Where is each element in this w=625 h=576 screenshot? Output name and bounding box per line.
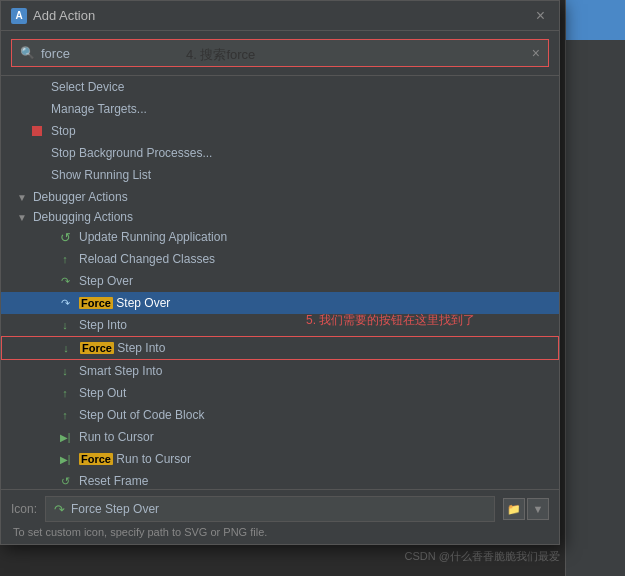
step-icon: ↑ — [57, 251, 73, 267]
refresh-icon: ↺ — [57, 229, 73, 245]
item-label: Step Out — [79, 386, 126, 400]
hint-text: To set custom icon, specify path to SVG … — [11, 526, 549, 538]
list-item-reload-changed[interactable]: ↑ Reload Changed Classes — [1, 248, 559, 270]
run-icon: ▶| — [57, 451, 73, 467]
step-icon: ↓ — [57, 363, 73, 379]
icon-row: Icon: ↷ Force Step Over 📁 ▼ — [11, 496, 549, 522]
bottom-bar: Icon: ↷ Force Step Over 📁 ▼ To set custo… — [1, 489, 559, 544]
item-label: Reset Frame — [79, 474, 148, 488]
search-clear-button[interactable]: × — [532, 45, 540, 61]
title-bar-left: A Add Action — [11, 8, 95, 24]
item-label: Step Over — [79, 274, 133, 288]
step-icon: ↓ — [57, 317, 73, 333]
icon-dropdown-buttons: 📁 ▼ — [503, 498, 549, 520]
step-icon: ↓ — [58, 340, 74, 356]
item-label: Update Running Application — [79, 230, 227, 244]
step-icon: ↑ — [57, 407, 73, 423]
list-item-show-running[interactable]: Show Running List — [1, 164, 559, 186]
collapse-arrow-icon: ▼ — [17, 192, 27, 203]
list-item-run-cursor[interactable]: ▶| Run to Cursor — [1, 426, 559, 448]
item-label: Manage Targets... — [51, 102, 147, 116]
list-item-step-out[interactable]: ↑ Step Out — [1, 382, 559, 404]
debugging-actions-section[interactable]: ▼ Debugging Actions — [1, 206, 559, 226]
list-item-force-run-cursor[interactable]: ▶| Force Run to Cursor — [1, 448, 559, 470]
item-label: Reload Changed Classes — [79, 252, 215, 266]
add-action-dialog: A Add Action × 4. 搜索force 🔍 force × Sele… — [0, 0, 560, 545]
item-label: Force Run to Cursor — [79, 452, 191, 466]
close-button[interactable]: × — [532, 6, 549, 26]
list-item-step-over[interactable]: ↷ Step Over — [1, 270, 559, 292]
item-icon — [29, 167, 45, 183]
list-item-step-out-code[interactable]: ↑ Step Out of Code Block — [1, 404, 559, 426]
force-badge: Force — [80, 342, 114, 354]
search-input[interactable]: force — [41, 46, 526, 61]
app-icon: A — [11, 8, 27, 24]
icon-dropdown[interactable]: ↷ Force Step Over — [45, 496, 495, 522]
debugger-actions-section[interactable]: ▼ Debugger Actions — [1, 186, 559, 206]
item-label: Stop — [51, 124, 76, 138]
dialog-title: Add Action — [33, 8, 95, 23]
search-area: 🔍 force × — [1, 31, 559, 76]
icon-arrow-button[interactable]: ▼ — [527, 498, 549, 520]
search-icon: 🔍 — [20, 46, 35, 60]
item-label: Force Step Into — [80, 341, 165, 355]
item-icon — [29, 79, 45, 95]
step-icon: ↷ — [57, 273, 73, 289]
sidebar-accent — [566, 0, 625, 40]
list-item-update-running[interactable]: ↺ Update Running Application — [1, 226, 559, 248]
icon-browse-button[interactable]: 📁 — [503, 498, 525, 520]
item-label: Select Device — [51, 80, 124, 94]
list-item[interactable]: Manage Targets... — [1, 98, 559, 120]
menu-list: Select Device Manage Targets... Stop Sto… — [1, 76, 559, 489]
list-item-smart-step-into[interactable]: ↓ Smart Step Into — [1, 360, 559, 382]
item-icon — [29, 101, 45, 117]
item-label: Step Into — [79, 318, 127, 332]
force-badge: Force — [79, 453, 113, 465]
list-item-step-into[interactable]: ↓ Step Into — [1, 314, 559, 336]
list-item-stop[interactable]: Stop — [1, 120, 559, 142]
search-box: 🔍 force × — [11, 39, 549, 67]
item-label: Force Step Over — [79, 296, 170, 310]
icon-field-label: Icon: — [11, 502, 37, 516]
icon-dropdown-text: Force Step Over — [71, 502, 486, 516]
list-item-reset-frame[interactable]: ↺ Reset Frame — [1, 470, 559, 489]
force-badge: Force — [79, 297, 113, 309]
item-icon: ↺ — [57, 473, 73, 489]
item-label: Stop Background Processes... — [51, 146, 212, 160]
list-item[interactable]: Stop Background Processes... — [1, 142, 559, 164]
item-label: Show Running List — [51, 168, 151, 182]
list-item-force-step-into[interactable]: ↓ Force Step Into — [1, 336, 559, 360]
title-bar: A Add Action × — [1, 1, 559, 31]
collapse-arrow-icon: ▼ — [17, 212, 27, 223]
section-label: Debugging Actions — [33, 210, 133, 224]
list-item-force-step-over[interactable]: ↷ Force Step Over — [1, 292, 559, 314]
run-icon: ▶| — [57, 429, 73, 445]
right-sidebar — [565, 0, 625, 576]
item-label: Smart Step Into — [79, 364, 162, 378]
list-item[interactable]: Select Device — [1, 76, 559, 98]
item-label: Step Out of Code Block — [79, 408, 204, 422]
stop-icon — [29, 123, 45, 139]
section-label: Debugger Actions — [33, 190, 128, 204]
item-label: Run to Cursor — [79, 430, 154, 444]
step-icon: ↷ — [57, 295, 73, 311]
watermark: CSDN @什么香香脆脆我们最爱 — [405, 549, 560, 564]
icon-dropdown-icon: ↷ — [54, 502, 65, 517]
item-icon — [29, 145, 45, 161]
step-icon: ↑ — [57, 385, 73, 401]
